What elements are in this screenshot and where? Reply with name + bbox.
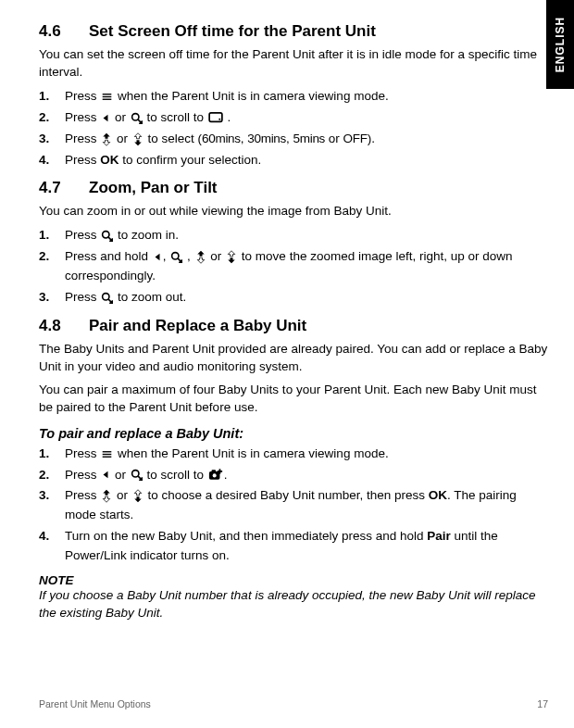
footer-section-name: Parent Unit Menu Options — [39, 698, 151, 709]
zoom-out-icon — [101, 292, 113, 304]
section-4-8-p2: You can pair a maximum of four Baby Unit… — [39, 382, 548, 417]
ok-button-label: OK — [100, 153, 119, 167]
up-arrow-icon — [195, 250, 206, 264]
left-arrow-icon — [101, 470, 110, 480]
note-body: If you choose a Baby Unit number that is… — [39, 587, 548, 622]
screen-off-icon — [208, 112, 223, 123]
section-4-8-p1: The Baby Units and Parent Unit provided … — [39, 341, 548, 376]
pair-subheading: To pair and replace a Baby Unit: — [39, 426, 548, 441]
menu-icon — [101, 92, 113, 102]
zoom-icon — [131, 112, 143, 124]
zoom-icon — [131, 469, 143, 481]
menu-icon — [101, 449, 113, 459]
pair-button-label: Pair — [427, 529, 451, 543]
left-arrow-icon — [153, 252, 162, 262]
up-arrow-icon — [101, 132, 112, 146]
down-arrow-icon — [132, 132, 144, 146]
ok-button-label: OK — [429, 488, 447, 502]
zoom-in-icon — [101, 230, 113, 242]
section-4-6-heading: 4.6Set Screen Off time for the Parent Un… — [39, 22, 548, 41]
up-arrow-icon — [101, 489, 112, 503]
page-number: 17 — [537, 698, 548, 709]
down-arrow-icon — [132, 489, 144, 503]
language-tab: ENGLISH — [546, 0, 574, 89]
section-4-6-steps: 1.Press when the Parent Unit is in camer… — [39, 87, 548, 170]
zoom-icon — [170, 251, 182, 263]
section-4-8-heading: 4.8Pair and Replace a Baby Unit — [39, 317, 548, 335]
down-arrow-icon — [226, 250, 237, 264]
section-4-7-heading: 4.7Zoom, Pan or Tilt — [39, 179, 548, 197]
section-4-6-intro: You can set the screen off time for the … — [39, 46, 548, 82]
section-4-7-intro: You can zoom in or out while viewing the… — [39, 203, 548, 220]
camera-plus-icon — [208, 469, 223, 481]
left-arrow-icon — [101, 113, 110, 123]
section-4-8-steps: 1.Press when the Parent Unit is in camer… — [39, 445, 548, 567]
note-heading: NOTE — [39, 573, 548, 587]
page-footer: Parent Unit Menu Options 17 — [39, 698, 548, 709]
section-4-7-steps: 1.Press to zoom in. 2.Press and hold , ,… — [39, 226, 548, 308]
